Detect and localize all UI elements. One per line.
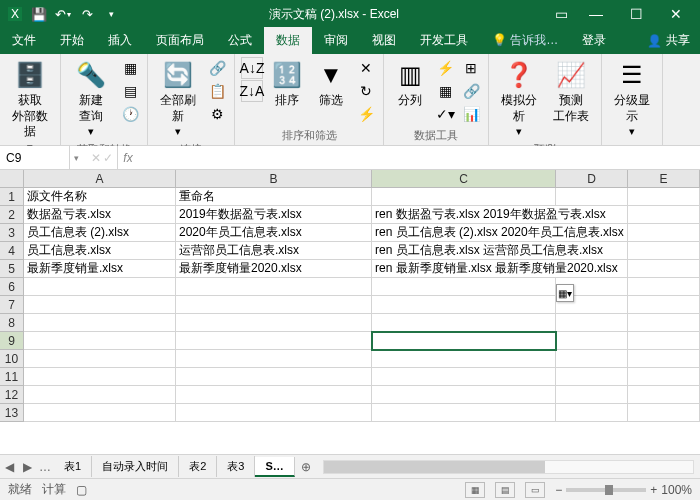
tab-dev[interactable]: 开发工具 [408,27,480,54]
whatif-button[interactable]: ❓模拟分析▾ [495,57,543,140]
cell-B9[interactable] [176,332,372,350]
col-header-C[interactable]: C [372,170,556,188]
normal-view-icon[interactable]: ▦ [465,482,485,498]
cell-E5[interactable] [628,260,700,278]
name-box[interactable]: C9 [0,146,70,169]
cell-E1[interactable] [628,188,700,206]
tab-tellme[interactable]: 💡 告诉我… [480,27,570,54]
page-layout-view-icon[interactable]: ▤ [495,482,515,498]
horizontal-scrollbar[interactable] [323,460,694,474]
cell-C6[interactable] [372,278,556,296]
cell-B2[interactable]: 2019年数据盈亏表.xlsx [176,206,372,224]
data-validation-button[interactable]: ✓▾ [434,103,456,125]
tab-layout[interactable]: 页面布局 [144,27,216,54]
qat-more-icon[interactable]: ▾ [100,3,122,25]
cell-A9[interactable] [24,332,176,350]
redo-icon[interactable]: ↷ [76,3,98,25]
cell-D1[interactable] [556,188,628,206]
cell-B1[interactable]: 重命名 [176,188,372,206]
cell-B4[interactable]: 运营部员工信息表.xlsx [176,242,372,260]
cell-A8[interactable] [24,314,176,332]
sheet-tab-4[interactable]: 表3 [217,456,255,477]
cell-C5[interactable]: ren 最新季度销量.xlsx 最新季度销量2020.xlsx [372,260,556,278]
cell-B8[interactable] [176,314,372,332]
cell-A3[interactable]: 员工信息表 (2).xlsx [24,224,176,242]
forecast-button[interactable]: 📈预测 工作表 [547,57,595,126]
cell-A13[interactable] [24,404,176,422]
refresh-all-button[interactable]: 🔄全部刷新▾ [154,57,202,140]
tab-nav-prev-icon[interactable]: ◀ [0,460,18,474]
properties-button[interactable]: 📋 [206,80,228,102]
cell-D8[interactable] [556,314,628,332]
tab-insert[interactable]: 插入 [96,27,144,54]
tab-nav-next-icon[interactable]: ▶ [18,460,36,474]
row-header-12[interactable]: 12 [0,386,24,404]
show-queries-button[interactable]: ▦ [119,57,141,79]
cell-A5[interactable]: 最新季度销量.xlsx [24,260,176,278]
cell-C2[interactable]: ren 数据盈亏表.xlsx 2019年数据盈亏表.xlsx [372,206,556,224]
col-header-D[interactable]: D [556,170,628,188]
cell-B6[interactable] [176,278,372,296]
cell-E7[interactable] [628,296,700,314]
cell-A10[interactable] [24,350,176,368]
cell-B13[interactable] [176,404,372,422]
sheet-tab-2[interactable]: 自动录入时间 [92,456,179,477]
row-header-5[interactable]: 5 [0,260,24,278]
namebox-dropdown-icon[interactable]: ▾ [74,153,79,163]
cell-D10[interactable] [556,350,628,368]
cell-A1[interactable]: 源文件名称 [24,188,176,206]
sort-desc-button[interactable]: Z↓A [241,80,263,102]
clear-filter-button[interactable]: ✕ [355,57,377,79]
cell-A11[interactable] [24,368,176,386]
cell-E9[interactable] [628,332,700,350]
cell-C13[interactable] [372,404,556,422]
tab-review[interactable]: 审阅 [312,27,360,54]
tab-home[interactable]: 开始 [48,27,96,54]
cell-C3[interactable]: ren 员工信息表 (2).xlsx 2020年员工信息表.xlsx [372,224,556,242]
row-header-13[interactable]: 13 [0,404,24,422]
cell-C8[interactable] [372,314,556,332]
row-header-7[interactable]: 7 [0,296,24,314]
autofill-options-icon[interactable]: ▦▾ [556,284,574,302]
cell-D13[interactable] [556,404,628,422]
cell-B5[interactable]: 最新季度销量2020.xlsx [176,260,372,278]
cell-D11[interactable] [556,368,628,386]
relationships-button[interactable]: 🔗 [460,80,482,102]
text-to-columns-button[interactable]: ▥分列 [390,57,430,111]
new-sheet-icon[interactable]: ⊕ [295,460,317,474]
get-external-data-button[interactable]: 🗄️获取 外部数据▾ [6,57,54,156]
row-header-4[interactable]: 4 [0,242,24,260]
col-header-A[interactable]: A [24,170,176,188]
page-break-view-icon[interactable]: ▭ [525,482,545,498]
cell-E8[interactable] [628,314,700,332]
row-header-9[interactable]: 9 [0,332,24,350]
tab-nav-more-icon[interactable]: … [36,460,54,474]
cell-E3[interactable] [628,224,700,242]
cell-C7[interactable] [372,296,556,314]
close-icon[interactable]: ✕ [656,0,696,28]
cell-C9[interactable] [372,332,556,350]
row-header-6[interactable]: 6 [0,278,24,296]
data-model-button[interactable]: 📊 [460,103,482,125]
cell-A7[interactable] [24,296,176,314]
undo-icon[interactable]: ↶▾ [52,3,74,25]
macro-record-icon[interactable]: ▢ [76,483,87,497]
cell-A12[interactable] [24,386,176,404]
flash-fill-button[interactable]: ⚡ [434,57,456,79]
cell-B7[interactable] [176,296,372,314]
ribbon-options-icon[interactable]: ▭ [546,0,576,28]
fx-icon[interactable]: fx [118,151,138,165]
cell-B11[interactable] [176,368,372,386]
row-header-10[interactable]: 10 [0,350,24,368]
cell-E11[interactable] [628,368,700,386]
sheet-tab-1[interactable]: 表1 [54,456,92,477]
connections-button[interactable]: 🔗 [206,57,228,79]
cell-C4[interactable]: ren 员工信息表.xlsx 运营部员工信息表.xlsx [372,242,556,260]
zoom-level[interactable]: 100% [661,483,692,497]
cell-B10[interactable] [176,350,372,368]
col-header-E[interactable]: E [628,170,700,188]
save-icon[interactable]: 💾 [28,3,50,25]
cell-A6[interactable] [24,278,176,296]
sheet-tab-5[interactable]: S… [255,457,294,477]
row-header-8[interactable]: 8 [0,314,24,332]
